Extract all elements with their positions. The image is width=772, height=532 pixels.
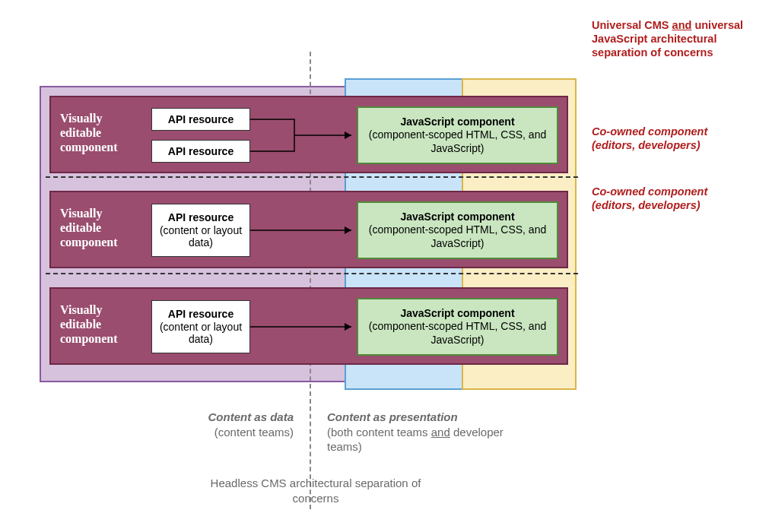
anno-sub: (editors, developers) xyxy=(592,199,701,211)
api-resource-box: API resource xyxy=(151,140,250,163)
row-divider-1 xyxy=(46,176,578,178)
anno-title: Co-owned component xyxy=(592,185,707,198)
anno-sub-ul: and xyxy=(431,426,450,439)
js-sub: (component-scoped HTML, CSS, and JavaScr… xyxy=(363,223,552,250)
component-row-2: Visually editable component API resource… xyxy=(49,191,568,268)
annotation-coowned-2: Co-owned component (editors, developers) xyxy=(592,185,751,212)
js-component-box: JavaScript component (component-scoped H… xyxy=(357,201,558,259)
js-component-box: JavaScript component (component-scoped H… xyxy=(357,298,558,356)
component-row-3: Visually editable component API resource… xyxy=(49,287,568,365)
js-title: JavaScript component xyxy=(400,116,514,129)
js-component-box: JavaScript component (component-scoped H… xyxy=(357,106,558,164)
anno-text: Universal CMS xyxy=(592,19,672,31)
api-title: API resource xyxy=(168,113,234,126)
annotation-content-presentation: Content as presentation (both content te… xyxy=(327,410,525,454)
anno-title: Content as data xyxy=(208,410,294,423)
anno-title: Co-owned component xyxy=(592,125,707,138)
api-sub: (content or layout data) xyxy=(152,321,249,347)
anno-title: Content as presentation xyxy=(327,410,458,423)
annotation-coowned-1: Co-owned component (editors, developers) xyxy=(592,125,751,152)
api-sub: (content or layout data) xyxy=(152,224,249,250)
js-title: JavaScript component xyxy=(400,307,514,321)
annotation-content-data: Content as data (content teams) xyxy=(157,410,294,439)
api-resource-box: API resource (content or layout data) xyxy=(151,204,250,257)
row-label: Visually editable component xyxy=(60,111,144,155)
api-title: API resource xyxy=(168,145,234,158)
js-sub: (component-scoped HTML, CSS, and JavaScr… xyxy=(363,320,552,347)
diagram-canvas: Visually editable component API resource… xyxy=(0,0,772,532)
row-divider-2 xyxy=(46,273,578,274)
api-title: API resource xyxy=(168,211,234,224)
row-label: Visually editable component xyxy=(60,302,144,347)
component-row-1: Visually editable component API resource… xyxy=(49,96,568,173)
js-sub: (component-scoped HTML, CSS, and JavaScr… xyxy=(363,128,552,155)
api-title: API resource xyxy=(168,308,234,321)
anno-sub: (content teams) xyxy=(214,426,294,439)
anno-sub-pre: (both content teams xyxy=(327,426,431,439)
anno-sub: (editors, developers) xyxy=(592,139,701,151)
api-resource-box: API resource xyxy=(151,108,250,131)
annotation-headless: Headless CMS architectural separation of… xyxy=(205,476,426,505)
anno-text: Headless CMS architectural separation of… xyxy=(211,477,421,505)
anno-text-underlined: and xyxy=(672,19,692,31)
row-label: Visually editable component xyxy=(60,206,144,250)
js-title: JavaScript component xyxy=(400,211,514,224)
annotation-universal-cms: Universal CMS and universal JavaScript a… xyxy=(592,18,751,59)
api-resource-box: API resource (content or layout data) xyxy=(151,300,250,353)
